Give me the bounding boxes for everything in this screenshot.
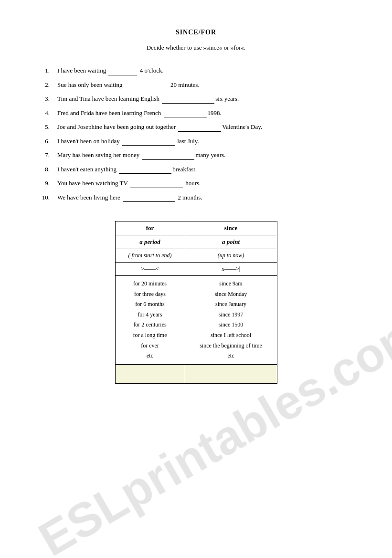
- exercise-number-7: 7.: [38, 150, 57, 160]
- since-example-7: since the beginning of time: [200, 342, 262, 349]
- empty-cell-2: [185, 364, 277, 383]
- col2-arrow: x——>|: [185, 263, 277, 276]
- blank-5: [178, 131, 221, 132]
- since-for-table: for since a period a point ( from start …: [115, 221, 277, 384]
- blank-6: [122, 145, 175, 146]
- subtitle: Decide whether to use »since« or »for«.: [38, 44, 354, 52]
- exercises-section: 1. I have been waiting 4 o'clock. 2. Sue…: [38, 66, 354, 202]
- col1-desc: ( from start to end): [115, 249, 185, 263]
- for-example-1: for 20 minutes: [133, 280, 167, 287]
- col1-examples: for 20 minutes for three days for 6 mont…: [115, 276, 185, 365]
- exercise-9: 9. You have been watching TV hours.: [38, 179, 354, 188]
- since-example-2: since Monday: [215, 291, 247, 297]
- col2-examples: since 9am since Monday since January sin…: [185, 276, 277, 365]
- exercise-text-1: I have been waiting 4 o'clock.: [57, 66, 354, 75]
- col1-subheader: a period: [115, 235, 185, 249]
- exercise-text-9: You have been watching TV hours.: [57, 179, 354, 188]
- exercise-number-3: 3.: [38, 94, 57, 104]
- exercise-4: 4. Fred and Frida have been learning Fre…: [38, 108, 354, 118]
- exercise-number-6: 6.: [38, 137, 57, 146]
- empty-cell-1: [115, 364, 185, 383]
- exercise-2: 2. Sue has only been waiting 20 minutes.: [38, 80, 354, 90]
- col1-header: for: [115, 221, 185, 235]
- for-example-5: for 2 centuries: [133, 321, 166, 328]
- since-example-6: since I left school: [211, 332, 251, 338]
- blank-8: [119, 173, 171, 174]
- exercise-8: 8. I haven't eaten anything breakfast.: [38, 165, 354, 174]
- exercise-text-6: I haven't been on holiday last July.: [57, 137, 354, 146]
- blank-4: [164, 117, 207, 117]
- since-example-1: since 9am: [219, 280, 242, 287]
- exercise-3: 3. Tim and Tina have been learning Engli…: [38, 94, 354, 104]
- exercise-10: 10. We have been living here 2 months.: [38, 193, 354, 202]
- for-example-7: for ever: [141, 342, 159, 349]
- since-example-5: since 1500: [219, 321, 244, 328]
- exercise-5: 5. Joe and Josephine have been going out…: [38, 122, 354, 132]
- exercise-number-8: 8.: [38, 165, 57, 174]
- table-section: for since a period a point ( from start …: [38, 221, 354, 384]
- col2-subheader: a point: [185, 235, 277, 249]
- blank-2: [125, 89, 168, 89]
- since-example-4: since 1997: [219, 311, 244, 318]
- exercise-text-4: Fred and Frida have been learning French…: [57, 108, 354, 118]
- exercise-number-4: 4.: [38, 108, 57, 118]
- for-example-3: for 6 months: [135, 301, 164, 307]
- blank-1: [108, 75, 137, 75]
- exercise-number-2: 2.: [38, 80, 57, 90]
- exercise-number-5: 5.: [38, 122, 57, 132]
- page-title: SINCE/FOR: [38, 29, 354, 36]
- exercise-text-2: Sue has only been waiting 20 minutes.: [57, 80, 354, 90]
- since-example-3: since January: [215, 301, 246, 307]
- col1-arrow: >——<: [115, 263, 185, 276]
- exercise-text-3: Tim and Tina have been learning English …: [57, 94, 354, 104]
- exercise-text-10: We have been living here 2 months.: [57, 193, 354, 202]
- col2-desc: (up to now): [185, 249, 277, 263]
- exercise-number-9: 9.: [38, 179, 57, 188]
- col2-header: since: [185, 221, 277, 235]
- for-example-8: etc: [147, 352, 153, 359]
- blank-3: [162, 103, 214, 104]
- exercise-text-7: Mary has been saving her money many year…: [57, 150, 354, 160]
- since-example-8: etc: [228, 352, 234, 359]
- blank-7: [142, 159, 194, 160]
- blank-9: [130, 188, 183, 188]
- exercise-number-10: 10.: [38, 193, 57, 202]
- for-example-6: for a long time: [133, 332, 167, 338]
- exercise-7: 7. Mary has been saving her money many y…: [38, 150, 354, 160]
- exercise-6: 6. I haven't been on holiday last July.: [38, 137, 354, 146]
- for-example-2: for three days: [134, 291, 166, 297]
- exercise-text-5: Joe and Josephine have been going out to…: [57, 122, 354, 132]
- blank-10: [123, 201, 175, 202]
- for-example-4: for 4 years: [138, 311, 162, 318]
- exercise-1: 1. I have been waiting 4 o'clock.: [38, 66, 354, 75]
- exercise-number-1: 1.: [38, 66, 57, 75]
- exercise-text-8: I haven't eaten anything breakfast.: [57, 165, 354, 174]
